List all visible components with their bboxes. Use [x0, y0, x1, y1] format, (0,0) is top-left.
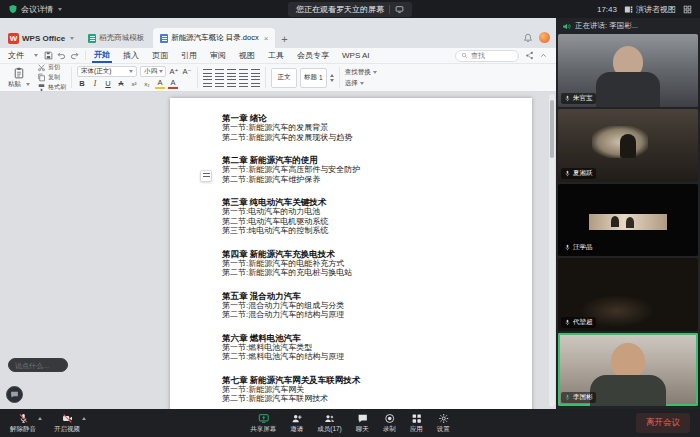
apps-button[interactable]: 应用: [410, 413, 423, 434]
document-canvas[interactable]: 第一章 绪论第一节:新能源汽车的发展背景第二节:新能源汽车的发展现状与趋势第二章…: [0, 92, 556, 409]
record-button[interactable]: 录制: [383, 413, 396, 434]
doc-chapter: 第三章 纯电动汽车关键技术第一节:电动汽车的动力电池第二节:电动汽车电机驱动系统…: [222, 197, 512, 236]
participant-tile[interactable]: 朱官宝: [558, 34, 698, 107]
wps-tab-home[interactable]: 稻壳商城模板: [81, 28, 151, 48]
file-menu[interactable]: 文件: [8, 50, 26, 61]
invite-button[interactable]: 邀请: [290, 413, 303, 434]
ribbon-tab-0[interactable]: 开始: [92, 48, 112, 63]
participant-tile[interactable]: 汪学品: [558, 184, 698, 257]
expand-options-icon[interactable]: [82, 417, 86, 420]
outline-toggle-button[interactable]: [200, 170, 212, 182]
redo-icon[interactable]: [70, 51, 79, 60]
participant-name: 代堃超: [573, 318, 593, 327]
doc-section-line: 第二节:混合动力汽车的结构与原理: [222, 310, 512, 320]
doc-section-line: 第一节:电动汽车的动力电池: [222, 207, 512, 217]
leave-meeting-button[interactable]: 离开会议: [636, 413, 690, 433]
collapse-ribbon-icon[interactable]: [539, 51, 548, 60]
ribbon-tab-3[interactable]: 引用: [179, 49, 199, 62]
doc-section-line: 第一节:新能源汽车网关: [222, 385, 512, 395]
document-scrollbar[interactable]: [549, 94, 555, 407]
format-painter-button[interactable]: 格式刷: [37, 83, 66, 92]
select-button[interactable]: 选择: [345, 79, 377, 88]
align-center-icon[interactable]: [215, 79, 224, 87]
superscript-button[interactable]: x²: [129, 79, 139, 89]
align-left-icon[interactable]: [203, 79, 212, 87]
chat-input-pill[interactable]: [8, 358, 68, 372]
subscript-button[interactable]: x₂: [142, 79, 152, 89]
mic-muted-button[interactable]: 解除静音: [10, 413, 36, 434]
cut-button[interactable]: 剪切: [37, 63, 66, 72]
undo-icon[interactable]: [57, 51, 66, 60]
participant-tile[interactable]: 夏湘跃: [558, 109, 698, 182]
line-spacing-icon[interactable]: [251, 79, 260, 87]
spinner-up-icon[interactable]: [330, 74, 334, 77]
paragraph-mark-icon[interactable]: [251, 69, 260, 77]
bold-button[interactable]: B: [77, 79, 87, 89]
increase-font-button[interactable]: A⁺: [169, 67, 179, 77]
new-tab-button[interactable]: +: [277, 33, 293, 48]
divider: [389, 5, 390, 14]
participant-name: 汪学品: [573, 243, 593, 252]
wps-logo[interactable]: W WPS Office: [6, 33, 79, 48]
save-icon[interactable]: [44, 51, 53, 60]
command-search[interactable]: [455, 50, 519, 62]
participant-name: 李国彬: [573, 393, 593, 402]
increase-indent-icon[interactable]: [239, 69, 248, 77]
participant-tile[interactable]: 李国彬: [558, 333, 698, 406]
chat-input[interactable]: [15, 362, 61, 369]
view-mode-button[interactable]: 演讲者视图: [624, 4, 676, 15]
find-replace-button[interactable]: 查找替换: [345, 68, 377, 77]
ribbon-tab-6[interactable]: 工具: [266, 49, 286, 62]
search-input[interactable]: [471, 52, 513, 59]
share-screen-button[interactable]: 共享屏幕: [250, 413, 276, 434]
scrollbar-thumb[interactable]: [550, 100, 554, 158]
style-normal[interactable]: 正文: [271, 68, 297, 88]
expand-options-icon[interactable]: [38, 417, 42, 420]
align-right-icon[interactable]: [227, 79, 236, 87]
paste-button[interactable]: 粘贴: [6, 67, 32, 89]
ribbon-tab-4[interactable]: 审阅: [208, 49, 228, 62]
justify-icon[interactable]: [239, 79, 248, 87]
format-painter-label: 格式刷: [48, 83, 66, 92]
heading-level-spinner[interactable]: [330, 74, 334, 82]
decrease-font-button[interactable]: A⁻: [182, 67, 192, 77]
font-size-select[interactable]: 小四: [140, 66, 166, 77]
font-name-select[interactable]: 宋体(正文): [77, 66, 137, 77]
meeting-details-button[interactable]: 会议详情: [8, 4, 62, 15]
numbered-list-icon[interactable]: [215, 69, 224, 77]
participant-nameplate: 夏湘跃: [561, 168, 596, 179]
spinner-down-icon[interactable]: [330, 79, 334, 82]
camera-off-button[interactable]: 开启视频: [54, 413, 80, 434]
bullet-list-icon[interactable]: [203, 69, 212, 77]
strikethrough-button[interactable]: A: [116, 79, 126, 89]
ribbon-tab-2[interactable]: 页面: [150, 49, 170, 62]
copy-button[interactable]: 复制: [37, 73, 66, 82]
share-icon[interactable]: [525, 51, 534, 60]
avatar[interactable]: [539, 32, 550, 43]
italic-button[interactable]: I: [90, 79, 100, 89]
highlight-color-button[interactable]: A: [155, 79, 165, 89]
ribbon-tab-1[interactable]: 插入: [121, 49, 141, 62]
font-color-button[interactable]: A: [168, 79, 178, 89]
monitor-icon[interactable]: [395, 5, 404, 14]
style-heading-1[interactable]: 标题 1: [300, 68, 327, 88]
ribbon-tab-7[interactable]: 会员专享: [295, 49, 331, 62]
document-page[interactable]: 第一章 绪论第一节:新能源汽车的发展背景第二节:新能源汽车的发展现状与趋势第二章…: [170, 98, 532, 409]
chat-button[interactable]: 聊天: [356, 413, 369, 434]
doc-section-line: 第二节:新能源汽车的充电桩与换电站: [222, 268, 512, 278]
ribbon-tab-8[interactable]: WPS AI: [340, 50, 372, 61]
settings-button[interactable]: 设置: [437, 413, 450, 434]
document-content: 第一章 绪论第一节:新能源汽车的发展背景第二节:新能源汽车的发展现状与趋势第二章…: [170, 98, 532, 404]
members-button[interactable]: 成员(17): [317, 413, 342, 434]
meeting-details-label: 会议详情: [21, 4, 53, 15]
wps-tab-document[interactable]: 新能源汽车概论 目录.docx ×: [153, 28, 275, 48]
layout-grid-icon[interactable]: [683, 5, 692, 14]
doc-chapter: 第七章 新能源汽车网关及车联网技术第一节:新能源汽车网关第二节:新能源汽车车联网…: [222, 375, 512, 404]
decrease-indent-icon[interactable]: [227, 69, 236, 77]
ribbon-tab-5[interactable]: 视图: [237, 49, 257, 62]
underline-button[interactable]: U: [103, 79, 113, 89]
participant-tile[interactable]: 代堃超: [558, 258, 698, 331]
bell-icon[interactable]: [523, 33, 533, 43]
close-tab-icon[interactable]: ×: [264, 34, 269, 43]
chat-bubble-button[interactable]: [6, 386, 23, 403]
